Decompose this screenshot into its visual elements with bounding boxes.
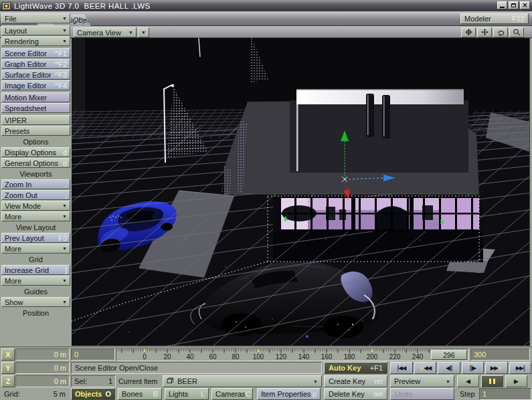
sidebar-item-layout[interactable]: Layout▼: [1, 25, 70, 35]
minimize-button[interactable]: [497, 1, 507, 9]
sidebar-item-prev-layout[interactable]: Prev LayoutF3: [1, 233, 70, 243]
x-position-field[interactable]: 0 m: [15, 348, 70, 361]
timeline-ruler[interactable]: 020406080100120140160180200220240260 296: [116, 348, 469, 361]
svg-text:220: 220: [389, 353, 401, 361]
sidebar-item-file[interactable]: File▼: [1, 13, 70, 23]
sidebar-item-rendering[interactable]: Rendering▼: [1, 36, 70, 46]
svg-text:240: 240: [412, 353, 424, 361]
next-key-button[interactable]: ▶▶+: [485, 362, 508, 374]
sidebar-item-show[interactable]: Show▼: [1, 297, 70, 307]
chevron-down-icon: ▼: [62, 278, 67, 283]
cameras-button[interactable]: CamerasC: [211, 388, 253, 400]
maximize-button[interactable]: [509, 1, 519, 9]
current-item-value: BEER: [177, 377, 197, 385]
x-axis-button[interactable]: X: [1, 348, 15, 361]
svg-text:40: 40: [186, 353, 194, 361]
chevron-down-icon: ▼: [62, 28, 67, 33]
undo-button[interactable]: Undo: [390, 388, 454, 400]
auto-key-toggle[interactable]: Auto Key +F1: [324, 362, 387, 374]
pause-icon: [489, 379, 491, 384]
sidebar-item-display-options[interactable]: Display Optionsd: [1, 147, 70, 157]
sidebar-item-more-2[interactable]: More▼: [1, 276, 70, 286]
sidebar-item-motion-mixer[interactable]: Motion Mixer: [1, 92, 70, 102]
next-frame-button[interactable]: ||▶: [462, 362, 484, 374]
title-bar[interactable]: LightWave 3D 7.0 BEER HALL .LWS ×: [0, 0, 532, 11]
sidebar-item-surface-editor[interactable]: Surface Editor^F3: [1, 70, 70, 80]
item-properties-button[interactable]: Item Propertiesp: [257, 388, 321, 400]
item-category-buttons: ObjectsOBonesBLightsLCamerasCItem Proper…: [71, 388, 321, 400]
play-reverse-button[interactable]: ◀: [457, 375, 479, 387]
transport-controls: |◀◀+◀◀◀||||▶▶▶+▶▶|: [390, 362, 531, 374]
step-field[interactable]: 1: [479, 388, 531, 400]
sidebar-item-scene-editor[interactable]: Scene Editor^F1: [1, 48, 70, 58]
sidebar-item-more-1[interactable]: More▼: [1, 243, 70, 254]
sidebar-item-more[interactable]: More▼: [1, 211, 70, 221]
play-forward-button[interactable]: ▶: [505, 375, 527, 387]
viewport-nav-icons: [461, 27, 524, 37]
go-to-start-button[interactable]: |◀◀: [390, 362, 413, 374]
rooftop-skylight: [296, 89, 464, 104]
sidebar-header-guides: Guides: [1, 288, 70, 296]
minimize-icon: [500, 7, 505, 8]
sidebar-header-position: Position: [1, 309, 70, 318]
pause-button[interactable]: [481, 375, 503, 387]
sidebar-item-zoom-in[interactable]: Zoom In.: [1, 179, 70, 189]
close-icon: ×: [522, 2, 527, 9]
modeler-button[interactable]: Modeler F12: [460, 13, 529, 24]
center-view-button[interactable]: [461, 27, 476, 37]
step-label: Step: [460, 388, 475, 400]
chevron-down-icon: ▼: [128, 30, 133, 35]
start-frame-field[interactable]: 0: [71, 348, 115, 361]
bones-button[interactable]: BonesB: [118, 388, 162, 400]
window-title: LightWave 3D 7.0 BEER HALL .LWS: [14, 2, 150, 10]
y-position-field[interactable]: 0 m: [15, 362, 70, 374]
pan-view-icon: [479, 28, 491, 37]
previous-key-button[interactable]: +◀◀: [414, 362, 437, 374]
chevron-down-icon: ▼: [62, 246, 67, 251]
zoom-view-button[interactable]: [509, 27, 524, 37]
window-band: [281, 197, 479, 231]
frame-slider-handle[interactable]: 296: [431, 350, 467, 360]
rotate-view-button[interactable]: [493, 27, 508, 37]
previous-frame-button[interactable]: ◀||: [438, 362, 460, 374]
sidebar-item-spreadsheet[interactable]: Spreadsheet: [1, 103, 70, 113]
svg-text:140: 140: [298, 353, 310, 361]
create-key-button[interactable]: Create Key ret: [324, 375, 387, 387]
sidebar-item-general-options[interactable]: General Optionso: [1, 158, 70, 168]
z-position-field[interactable]: 0 m: [15, 375, 70, 387]
selection-count-field[interactable]: Sel: 1: [71, 375, 116, 387]
grid-size-label: Grid:: [4, 388, 20, 399]
objects-button[interactable]: ObjectsO: [71, 388, 115, 400]
lightwave-layout-window: LightWave 3D 7.0 BEER HALL .LWS × ItemsO…: [0, 0, 532, 400]
sidebar-item-view-mode[interactable]: View Mode▼: [1, 201, 70, 211]
camera-viewport[interactable]: [72, 38, 530, 346]
sidebar-item-image-editor[interactable]: Image Editor^F4: [1, 80, 70, 90]
chevron-down-icon: ▼: [62, 214, 67, 219]
building-base: [273, 231, 483, 262]
svg-text:180: 180: [344, 353, 355, 361]
delete-key-button[interactable]: Delete Key del: [324, 388, 387, 400]
svg-text:120: 120: [276, 353, 287, 361]
svg-text:20: 20: [163, 353, 171, 361]
go-to-end-button[interactable]: ▶▶|: [509, 362, 532, 374]
close-button[interactable]: ×: [520, 1, 530, 9]
rooftop-structure: [290, 100, 468, 173]
render-mode-select[interactable]: ▼: [138, 27, 149, 37]
sidebar-toolbar: File▼Layout▼Rendering▼Scene Editor^F1Gra…: [1, 13, 70, 320]
pause-icon: [493, 379, 495, 384]
pan-view-button[interactable]: [477, 27, 492, 37]
sidebar-item-presets[interactable]: Presets: [1, 126, 70, 136]
current-item-dropdown[interactable]: BEER ▼: [163, 375, 322, 387]
lights-button[interactable]: LightsL: [165, 388, 209, 400]
y-axis-button[interactable]: Y: [1, 362, 15, 374]
end-frame-field[interactable]: 300: [470, 348, 530, 361]
z-axis-button[interactable]: Z: [1, 375, 15, 387]
sidebar-item-increase-grid[interactable]: Increase Grid]: [1, 265, 70, 275]
sidebar-header-options: Options: [1, 138, 70, 146]
sidebar-item-zoom-out[interactable]: Zoom Out,: [1, 190, 70, 200]
chevron-down-icon: ▼: [141, 30, 146, 35]
view-type-select[interactable]: Camera View ▼: [74, 27, 137, 37]
sidebar-item-graph-editor[interactable]: Graph Editor^F2: [1, 59, 70, 69]
sidebar-item-viper[interactable]: VIPER: [1, 115, 70, 125]
preview-dropdown[interactable]: Preview ▼: [390, 375, 454, 387]
